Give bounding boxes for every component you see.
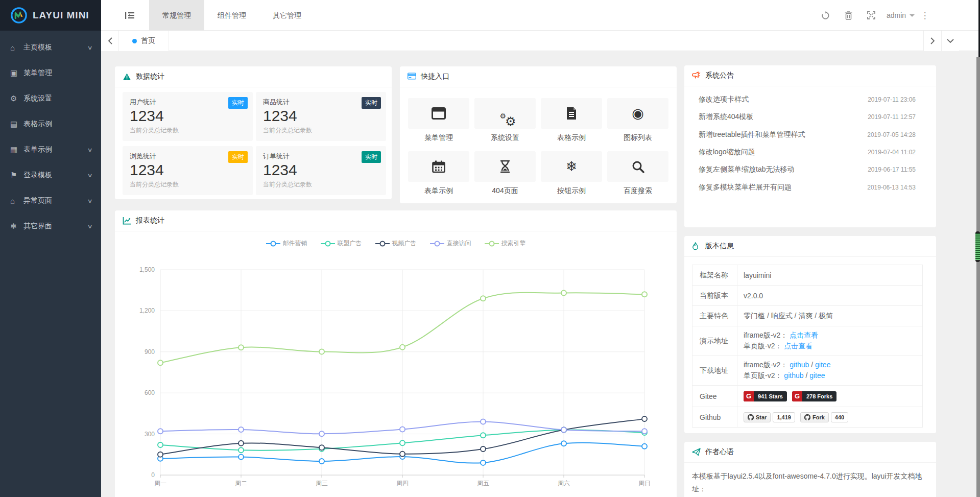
sidebar-item-label: 异常页面 (23, 196, 52, 205)
panel-quick-entry: 快捷入口 菜单管理⚙⚙系统设置表格示例◉图标列表表单示例404页面❄按钮示例百度… (400, 66, 677, 203)
link-点击查看[interactable]: 点击查看 (784, 342, 812, 350)
scrollbar-track[interactable] (976, 57, 980, 497)
github-star-button[interactable]: Star (744, 412, 771, 422)
gitee-badge[interactable]: G278 Forks (792, 391, 836, 401)
link-github[interactable]: github (790, 361, 809, 369)
scrollbar-thumb[interactable] (975, 231, 980, 262)
module-tab-常规管理[interactable]: 常规管理 (149, 0, 204, 31)
github-octocat-icon (804, 414, 810, 420)
tab-home-label: 首页 (141, 36, 155, 45)
chevron-down-icon: ∨ (87, 172, 92, 179)
y-tick-label: 300 (145, 431, 155, 438)
notice-date: 2019-07-11 23:06 (868, 96, 916, 103)
user-menu[interactable]: admin (887, 0, 915, 31)
github-star-count[interactable]: 1,419 (773, 412, 795, 422)
version-link-line: iframe版-v2： 点击查看 (744, 331, 916, 340)
notice-item[interactable]: 修复左侧菜单缩放tab无法移动2019-06-17 11:55 (699, 162, 916, 177)
data-point (400, 345, 405, 350)
quick-entry-表格示例[interactable]: 表格示例 (541, 98, 602, 143)
data-point (400, 452, 405, 457)
quick-entry-系统设置[interactable]: ⚙⚙系统设置 (474, 98, 536, 143)
version-link-line: 单页版-v2： github / gitee (744, 371, 916, 381)
window-icon: ▣ (10, 68, 23, 78)
chevron-down-icon: ∨ (87, 223, 92, 230)
version-label: 演示地址 (692, 326, 737, 356)
x-tick-label: 周日 (638, 480, 651, 487)
sidebar-item-系统设置[interactable]: ⚙系统设置 (0, 86, 101, 111)
panel-author-note: 作者心语 本模板基于layui2.5.4以及font-awesome-4.7.0… (684, 442, 936, 497)
version-label: 框架名称 (692, 265, 737, 285)
notice-item[interactable]: 修改选项卡样式2019-07-11 23:06 (699, 92, 916, 107)
link-点击查看[interactable]: 点击查看 (790, 331, 818, 339)
notice-title: 修改logo缩放问题 (699, 148, 755, 157)
version-row-当前版本: 当前版本v2.0.0 (692, 286, 922, 306)
quick-entry-按钮示例[interactable]: ❄按钮示例 (541, 151, 602, 196)
data-point (158, 360, 163, 365)
notice-item[interactable]: 修复多模块菜单栏展开有问题2019-06-13 14:53 (699, 180, 916, 195)
quick-entry-label: 系统设置 (474, 133, 536, 143)
stat-value: 1234 (130, 161, 246, 179)
data-point (481, 433, 486, 438)
calendar-icon: ▦ (10, 145, 23, 154)
sidebar-item-菜单管理[interactable]: ▣菜单管理 (0, 60, 101, 86)
version-label: Gitee (692, 386, 737, 407)
sidebar-item-label: 系统设置 (23, 94, 52, 103)
version-value: layuimini (744, 271, 916, 279)
notice-item[interactable]: 修改logo缩放问题2019-07-04 11:02 (699, 145, 916, 160)
link-gitee[interactable]: gitee (815, 361, 830, 369)
data-point (481, 446, 486, 452)
link-gitee[interactable]: gitee (809, 371, 825, 380)
notice-title: 新增treetable插件和菜单管理样式 (699, 130, 805, 139)
sidebar-collapse-icon[interactable] (118, 0, 141, 31)
github-fork-button[interactable]: Fork (800, 412, 829, 422)
quick-entry-菜单管理[interactable]: 菜单管理 (408, 98, 469, 143)
version-row-下载地址: 下载地址iframe版-v2： github / gitee单页版-v2： gi… (692, 356, 922, 386)
dot-circle-icon: ◉ (632, 107, 644, 121)
sidebar-item-表格示例[interactable]: ▤表格示例 (0, 111, 101, 137)
tab-home[interactable]: 首页 (119, 31, 169, 51)
sidebar-item-异常页面[interactable]: ⌂异常页面∨ (0, 188, 101, 214)
clear-cache-trash-icon[interactable] (839, 0, 857, 31)
sidebar-item-登录模板[interactable]: ⚑登录模板∨ (0, 162, 101, 188)
notice-item[interactable]: 新增treetable插件和菜单管理样式2019-07-05 14:28 (699, 127, 916, 143)
tabs-scroll-right-icon[interactable] (923, 31, 941, 51)
tabs-dropdown-icon[interactable] (941, 31, 959, 51)
fire-icon (692, 242, 701, 251)
gitee-badge[interactable]: G941 Stars (744, 391, 787, 401)
sidebar-item-其它界面[interactable]: ❄其它界面∨ (0, 214, 101, 239)
version-row-Gitee: GiteeG941 StarsG278 Forks (692, 386, 922, 407)
version-label: 下载地址 (692, 356, 737, 385)
quick-entry-404页面[interactable]: 404页面 (474, 151, 536, 196)
quick-entry-图标列表[interactable]: ◉图标列表 (607, 98, 668, 143)
quick-entry-label: 图标列表 (607, 133, 668, 143)
module-tab-组件管理[interactable]: 组件管理 (204, 0, 259, 31)
sidebar-item-label: 主页模板 (23, 43, 52, 52)
sidebar-item-表单示例[interactable]: ▦表单示例∨ (0, 137, 101, 162)
flag-icon: ⚑ (10, 171, 23, 180)
stat-desc: 当前分类总记录数 (130, 126, 246, 135)
data-point (481, 296, 486, 301)
module-tab-其它管理[interactable]: 其它管理 (259, 0, 315, 31)
fullscreen-icon[interactable] (862, 0, 880, 31)
data-point (481, 419, 486, 424)
quick-entry-表单示例[interactable]: 表单示例 (408, 151, 469, 196)
more-options-icon[interactable]: ⋮ (916, 0, 934, 31)
link-github[interactable]: github (784, 371, 803, 380)
stat-desc: 当前分类总记录数 (263, 180, 379, 189)
sidebar-item-label: 表格示例 (23, 120, 52, 129)
notice-title: 修复左侧菜单缩放tab无法移动 (699, 165, 794, 174)
panel-report-chart: 报表统计 邮件营销 联盟广告 视频广告 直接访问 搜索引擎 周一周二周三周四周五… (115, 210, 677, 497)
github-fork-count[interactable]: 440 (831, 412, 848, 422)
sidebar-item-主页模板[interactable]: ⌂主页模板∨ (0, 35, 101, 60)
refresh-icon[interactable] (816, 0, 834, 31)
tabs-scroll-left-icon[interactable] (101, 31, 119, 51)
gitee-logo-icon: G (792, 391, 802, 401)
logo[interactable]: LAYUI MINI (0, 0, 101, 31)
panel-title: 系统公告 (705, 71, 734, 80)
version-label: 当前版本 (692, 286, 737, 305)
version-row-框架名称: 框架名称layuimini (692, 265, 922, 286)
quick-entry-百度搜索[interactable]: 百度搜索 (607, 151, 668, 196)
stat-card-用户统计: 用户统计实时1234当前分类总记录数 (123, 92, 253, 141)
notice-item[interactable]: 新增系统404模板2019-07-11 12:57 (699, 109, 916, 125)
data-point (319, 349, 324, 354)
